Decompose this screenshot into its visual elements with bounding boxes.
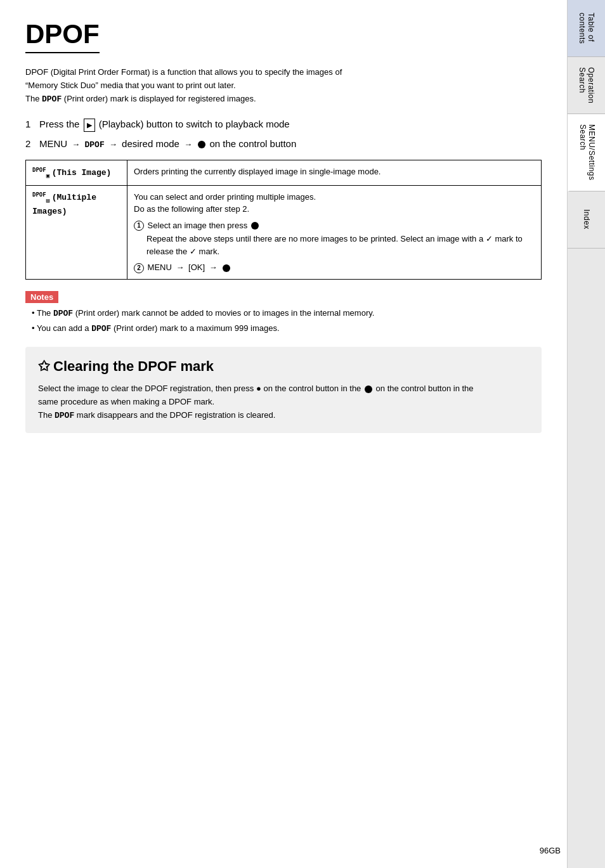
page-number: 96GB xyxy=(540,846,561,855)
step-circle-1: 1 xyxy=(134,221,144,231)
sidebar-tab-menu[interactable]: MENU/SettingsSearch xyxy=(568,114,605,191)
sidebar-tab-operation[interactable]: OperationSearch xyxy=(568,57,605,114)
step-circle-2: 2 xyxy=(134,263,144,273)
sidebar-tab-index[interactable]: Index xyxy=(568,191,605,249)
clearing-circle xyxy=(365,385,372,393)
sidebar: Table ofcontents OperationSearch MENU/Se… xyxy=(567,0,605,868)
clearing-title-text: Clearing the DPOF mark xyxy=(53,358,214,375)
clearing-title: ✩ Clearing the DPOF mark xyxy=(38,358,529,375)
circle-btn-2 xyxy=(223,264,230,272)
table-cell-desc-2: You can select and order printing multip… xyxy=(127,185,542,279)
clearing-text3: The DPOF mark disappears and the DPOF re… xyxy=(38,410,275,420)
sidebar-tab-operation-label: OperationSearch xyxy=(578,67,595,103)
step-1-text: Press the ▶ (Playback) button to switch … xyxy=(39,117,290,132)
intro-line2: “Memory Stick Duo” media that you want t… xyxy=(25,81,236,90)
step-2-number: 2 xyxy=(25,138,36,149)
sidebar-tab-menu-label: MENU/SettingsSearch xyxy=(578,124,596,181)
table-row: DPOF▣ (This Image) Orders printing the c… xyxy=(26,160,542,185)
clearing-text1-suffix: on the control button in the xyxy=(376,384,474,393)
dpof-icon-multiple: DPOF▤ (Multiple Images) xyxy=(32,192,96,216)
clearing-text2: same procedure as when making a DPOF mar… xyxy=(38,397,214,406)
clearing-section: ✩ Clearing the DPOF mark Select the imag… xyxy=(25,347,542,432)
playback-button-icon: ▶ xyxy=(84,119,95,132)
control-button-circle xyxy=(198,141,205,148)
intro-line1: DPOF (Digital Print Order Format) is a f… xyxy=(25,67,342,77)
steps-section: 1 Press the ▶ (Playback) button to switc… xyxy=(25,117,542,151)
step-2: 2 MENU → DPOF → desired mode → on the co… xyxy=(25,137,542,152)
table-row: DPOF▤ (Multiple Images) You can select a… xyxy=(26,185,542,279)
dpof-modes-table: DPOF▣ (This Image) Orders printing the c… xyxy=(25,160,542,279)
step-2-text: MENU → DPOF → desired mode → on the cont… xyxy=(39,137,296,152)
intro-paragraph: DPOF (Digital Print Order Format) is a f… xyxy=(25,66,542,106)
sidebar-tab-index-label: Index xyxy=(582,209,591,230)
page-title: DPOF xyxy=(25,19,100,53)
step-1-number: 1 xyxy=(25,119,36,129)
table-cell-label-1: DPOF▣ (This Image) xyxy=(26,160,127,185)
circle-btn-1 xyxy=(251,222,259,230)
notes-list: The DPOF (Print order) mark cannot be ad… xyxy=(25,307,542,336)
table-cell-desc-1: Orders printing the currently displayed … xyxy=(127,160,542,185)
note-item-1: The DPOF (Print order) mark cannot be ad… xyxy=(32,307,542,321)
clearing-text: Select the image to clear the DPOF regis… xyxy=(38,382,529,422)
sidebar-tab-toc-label: Table ofcontents xyxy=(578,13,595,44)
clearing-text1: Select the image to clear the DPOF regis… xyxy=(38,384,361,393)
notes-label: Notes xyxy=(25,291,58,303)
table-cell-label-2: DPOF▤ (Multiple Images) xyxy=(26,185,127,279)
note-item-2: You can add a DPOF (Print order) mark to… xyxy=(32,322,542,336)
intro-line3: The DPOF (Print order) mark is displayed… xyxy=(25,94,256,103)
dpof-icon-this: DPOF▣ (This Image) xyxy=(32,167,111,177)
notes-section: Notes The DPOF (Print order) mark cannot… xyxy=(25,291,542,336)
clearing-icon: ✩ xyxy=(38,358,49,375)
sidebar-tab-toc[interactable]: Table ofcontents xyxy=(568,0,605,57)
step-1: 1 Press the ▶ (Playback) button to switc… xyxy=(25,117,542,132)
